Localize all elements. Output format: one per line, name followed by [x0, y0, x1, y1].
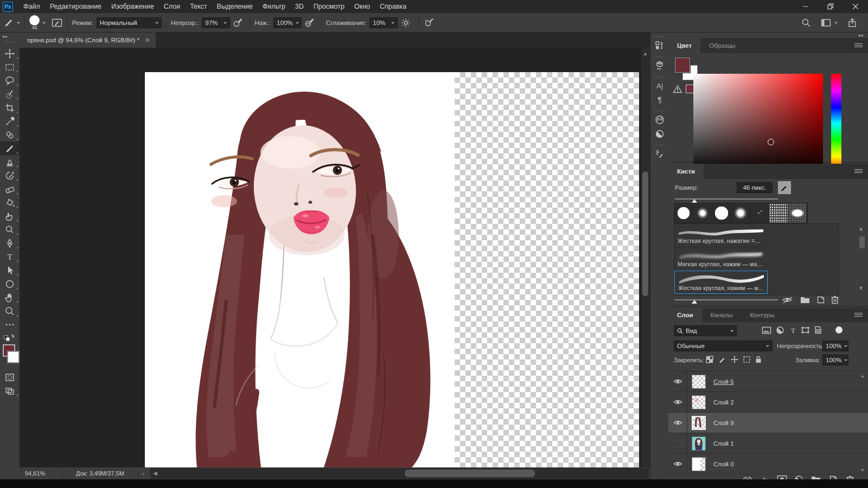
filter-pixel-layers-icon[interactable]	[762, 326, 771, 335]
smoothing-select[interactable]: 10%	[369, 17, 398, 28]
horizontal-scroll-thumb[interactable]	[405, 470, 535, 477]
tool-ellipse-shape[interactable]	[0, 277, 20, 291]
hue-slider[interactable]	[831, 74, 841, 173]
tool-eraser[interactable]	[0, 182, 20, 196]
brush-tip-soft-round[interactable]	[731, 203, 750, 223]
zoom-level-field[interactable]: 94,61%	[20, 467, 62, 479]
visibility-toggle-off[interactable]	[668, 433, 687, 453]
menu-view[interactable]: Просмотр	[309, 0, 349, 13]
visibility-toggle[interactable]	[668, 413, 687, 433]
tool-zoom[interactable]	[0, 304, 20, 318]
visibility-toggle[interactable]	[668, 392, 687, 412]
toggle-brush-settings-button[interactable]	[51, 17, 63, 28]
document-tab[interactable]: пряня.psd @ 94,6% (Слой 9, RGB/8#) * ✕	[20, 33, 156, 48]
libraries-panel-icon[interactable]	[650, 113, 669, 127]
layer-thumbnail[interactable]	[692, 395, 706, 409]
opacity-select[interactable]: 97%	[202, 17, 230, 28]
scroll-left-icon[interactable]: ◀	[153, 470, 157, 476]
screen-mode-button[interactable]	[0, 384, 20, 397]
menu-help[interactable]: Справка	[375, 0, 411, 13]
menu-type[interactable]: Текст	[185, 0, 212, 13]
size-slider-thumb[interactable]	[692, 196, 697, 203]
layer-row[interactable]: Слой 1	[668, 433, 868, 454]
canvas-area[interactable]	[20, 48, 641, 467]
tool-pen[interactable]	[0, 236, 20, 250]
adjustments-panel-icon[interactable]	[650, 127, 669, 141]
document-canvas[interactable]	[145, 72, 639, 467]
properties-panel-icon[interactable]	[650, 59, 669, 73]
layer-name[interactable]: Слой 2	[713, 399, 734, 406]
tab-swatches[interactable]: Образцы	[700, 38, 744, 53]
layer-name[interactable]: Слой 1	[713, 440, 734, 447]
layer-row[interactable]: Слой 5 ▲	[668, 371, 868, 392]
pressure-opacity-icon[interactable]	[232, 17, 243, 28]
history-panel-icon[interactable]	[650, 38, 669, 53]
scroll-up-icon[interactable]: ▲	[858, 226, 864, 232]
lock-artboard-icon[interactable]	[742, 355, 751, 364]
panel-menu-icon[interactable]	[854, 169, 863, 174]
lock-all-icon[interactable]	[754, 355, 763, 364]
filter-toggle[interactable]	[835, 326, 843, 333]
filter-adjustment-layers-icon[interactable]	[776, 326, 784, 335]
default-swap-colors[interactable]	[0, 331, 20, 343]
tool-quick-selection[interactable]	[0, 87, 20, 101]
tool-rectangular-marquee[interactable]	[0, 60, 20, 74]
menu-image[interactable]: Изображение	[106, 0, 159, 13]
layer-name[interactable]: Слой 9	[713, 420, 734, 426]
brush-tip-chalk[interactable]	[769, 203, 788, 223]
tool-preset-picker[interactable]	[3, 17, 20, 28]
brush-preset-item[interactable]: Мягкая круглая, нажим — ма...	[674, 247, 768, 271]
layer-thumbnail[interactable]	[692, 375, 706, 389]
panel-menu-icon[interactable]	[854, 43, 863, 48]
tool-brush[interactable]	[0, 142, 20, 155]
brush-list-scroll-thumb[interactable]	[859, 236, 865, 248]
scroll-up-icon[interactable]: ▲	[643, 51, 648, 56]
brush-tip-sparse[interactable]	[750, 203, 769, 223]
layer-opacity-select[interactable]: 100%	[822, 341, 848, 351]
menu-edit[interactable]: Редактирование	[45, 0, 106, 13]
lock-position-icon[interactable]	[730, 355, 739, 364]
collapse-dock-icon[interactable]: ▸▸	[859, 33, 864, 38]
color-swatches[interactable]	[0, 343, 20, 367]
menu-layers[interactable]: Слои	[159, 0, 185, 13]
lock-transparency-icon[interactable]	[705, 355, 714, 364]
new-brush-icon[interactable]	[816, 295, 826, 305]
size-slider[interactable]	[675, 198, 778, 200]
layer-row[interactable]: Слой 2	[668, 392, 868, 413]
canvas-vertical-scrollbar[interactable]: ▲	[641, 48, 649, 467]
tool-move[interactable]	[0, 47, 20, 60]
tab-layers[interactable]: Слои	[668, 308, 702, 322]
tab-channels[interactable]: Каналы	[702, 308, 742, 322]
panel-menu-icon[interactable]	[854, 313, 863, 317]
fill-select[interactable]: 100%	[822, 355, 848, 365]
blend-mode-select[interactable]: Нормальный	[97, 17, 162, 28]
foreground-color-well[interactable]	[675, 57, 690, 73]
tool-smudge[interactable]	[0, 209, 20, 223]
tool-dodge[interactable]	[0, 223, 20, 236]
brush-tip-soft-round-small[interactable]	[693, 203, 712, 223]
tool-path-selection[interactable]	[0, 264, 20, 277]
color-cursor[interactable]	[768, 139, 774, 145]
brush-bottom-slider[interactable]	[675, 299, 778, 300]
painted-region[interactable]	[145, 72, 455, 467]
tool-type[interactable]: T	[0, 250, 20, 264]
menu-window[interactable]: Окно	[349, 0, 375, 13]
scroll-up-icon[interactable]: ▲	[860, 374, 865, 378]
workspace-switcher[interactable]	[821, 18, 838, 28]
layer-name[interactable]: Слой 0	[713, 461, 734, 467]
brush-tip-hard-round-large[interactable]	[712, 203, 731, 223]
layer-name[interactable]: Слой 5	[713, 378, 734, 385]
color-field[interactable]	[693, 74, 823, 173]
gear-icon[interactable]	[401, 18, 411, 28]
brush-preset-item-selected[interactable]: Жесткая круглая, нажим — м...	[674, 271, 768, 294]
share-icon[interactable]	[847, 18, 857, 28]
menu-3d[interactable]: 3D	[290, 0, 309, 13]
scroll-down-icon[interactable]: ▼	[858, 285, 864, 291]
filter-smart-objects-icon[interactable]	[814, 325, 822, 335]
brush-bottom-slider-thumb[interactable]	[692, 297, 697, 304]
menu-select[interactable]: Выделение	[212, 0, 258, 13]
layer-thumbnail[interactable]	[692, 457, 706, 471]
brush-stroke-preview-button[interactable]	[778, 181, 791, 194]
tool-crop[interactable]	[0, 101, 20, 114]
canvas-horizontal-scrollbar[interactable]: ◀	[150, 468, 649, 479]
